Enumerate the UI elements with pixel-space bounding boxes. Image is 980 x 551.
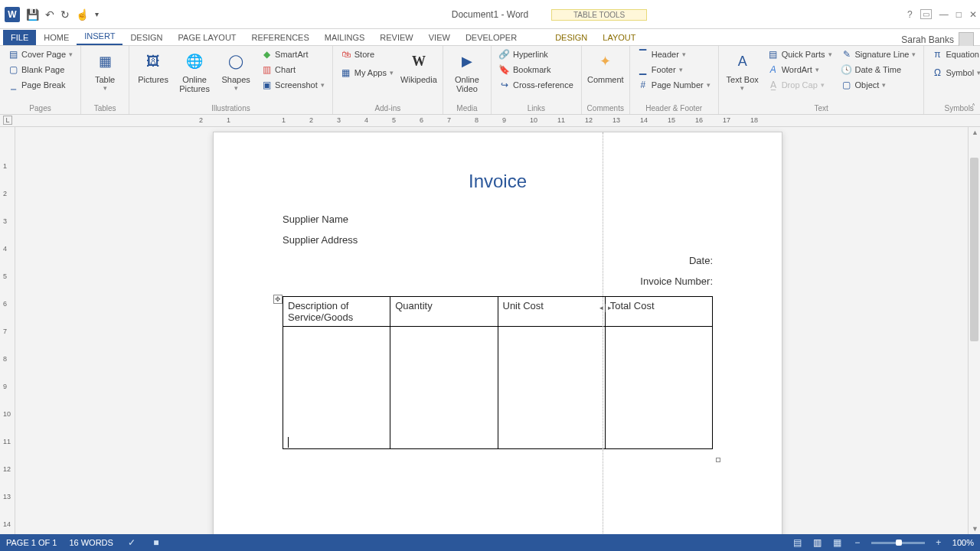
- zoom-slider[interactable]: [871, 542, 925, 544]
- scroll-up-icon[interactable]: ▲: [972, 129, 978, 136]
- smartart-button[interactable]: ◆SmartArt: [258, 47, 328, 61]
- th-unit-cost[interactable]: Unit Cost: [498, 297, 605, 327]
- column-resize-icon[interactable]: ◂│▸: [599, 304, 612, 311]
- tab-file[interactable]: FILE: [3, 30, 36, 45]
- supplier-name[interactable]: Supplier Name: [283, 214, 713, 225]
- blank-page-button[interactable]: ▢Blank Page: [5, 63, 76, 77]
- wikipedia-button[interactable]: WWikipedia: [400, 47, 438, 84]
- invoice-table[interactable]: Description of Service/Goods Quantity Un…: [283, 296, 713, 449]
- invoice-title[interactable]: Invoice: [283, 171, 713, 192]
- cell-total-cost[interactable]: [605, 327, 712, 449]
- page-break-button[interactable]: ⎯Page Break: [5, 78, 76, 92]
- ruler-tick: 11: [3, 438, 11, 445]
- page[interactable]: Invoice Supplier Name Supplier Address D…: [213, 132, 782, 534]
- ribbon-options-icon[interactable]: ▭: [920, 9, 932, 19]
- ruler-horizontal[interactable]: L 21123456789101112131415161718: [0, 115, 980, 127]
- macro-recording-icon[interactable]: ■: [150, 537, 162, 548]
- scrollbar-thumb[interactable]: [970, 158, 978, 341]
- cell-unit-cost[interactable]: [498, 327, 605, 449]
- tab-view[interactable]: VIEW: [421, 30, 458, 45]
- shapes-button[interactable]: ◯Shapes▾: [217, 47, 255, 92]
- wordart-button[interactable]: AWordArt▾: [765, 63, 835, 77]
- store-icon: 🛍: [341, 49, 351, 60]
- table-button[interactable]: ▦Table▾: [86, 47, 124, 92]
- tab-references[interactable]: REFERENCES: [244, 30, 317, 45]
- page-scroll[interactable]: Invoice Supplier Name Supplier Address D…: [15, 127, 980, 534]
- table-header-row[interactable]: Description of Service/Goods Quantity Un…: [283, 297, 713, 327]
- th-quantity[interactable]: Quantity: [390, 297, 498, 327]
- tab-design[interactable]: DESIGN: [122, 30, 170, 45]
- text-box-button[interactable]: AText Box▾: [724, 47, 762, 92]
- comment-button[interactable]: ✦Comment: [586, 47, 625, 84]
- cell-description[interactable]: [283, 327, 390, 449]
- my-apps-button[interactable]: ▦My Apps▾: [338, 66, 397, 80]
- table-resize-handle-icon[interactable]: [716, 458, 720, 462]
- cell-quantity[interactable]: [390, 327, 498, 449]
- cross-reference-button[interactable]: ↪Cross-reference: [496, 78, 577, 92]
- header-button[interactable]: ▔Header▾: [635, 47, 714, 61]
- tab-selector-icon[interactable]: L: [3, 116, 12, 125]
- bookmark-button[interactable]: 🔖Bookmark: [496, 63, 577, 77]
- table-body-row[interactable]: [283, 327, 713, 449]
- zoom-level[interactable]: 100%: [952, 538, 974, 547]
- close-icon[interactable]: ✕: [969, 9, 977, 20]
- page-indicator[interactable]: PAGE 1 OF 1: [6, 538, 57, 547]
- ruler-vertical[interactable]: 1234567891011121314: [0, 127, 15, 534]
- collapse-ribbon-icon[interactable]: ˄: [972, 103, 975, 111]
- th-description[interactable]: Description of Service/Goods: [283, 297, 390, 327]
- vertical-scrollbar[interactable]: ▲ ▼: [968, 127, 980, 534]
- hyperlink-button[interactable]: 🔗Hyperlink: [496, 47, 577, 61]
- supplier-address[interactable]: Supplier Address: [283, 234, 713, 246]
- ruler-tick: 16: [695, 116, 703, 124]
- print-layout-icon[interactable]: ▥: [812, 537, 824, 548]
- tab-review[interactable]: REVIEW: [372, 30, 420, 45]
- tab-page-layout[interactable]: PAGE LAYOUT: [171, 30, 244, 45]
- user-account[interactable]: Sarah Banks: [901, 32, 974, 47]
- spellcheck-icon[interactable]: ✓: [126, 537, 138, 548]
- online-video-button[interactable]: ▶Online Video: [448, 47, 486, 93]
- page-number-button[interactable]: #Page Number▾: [635, 78, 714, 92]
- pictures-button[interactable]: 🖼Pictures: [134, 47, 172, 84]
- save-icon[interactable]: 💾: [26, 8, 39, 21]
- cover-page-button[interactable]: ▤Cover Page▾: [5, 47, 76, 61]
- read-mode-icon[interactable]: ▤: [792, 537, 804, 548]
- zoom-in-icon[interactable]: +: [933, 537, 945, 548]
- quick-parts-button[interactable]: ▤Quick Parts▾: [765, 47, 835, 61]
- chart-button[interactable]: ▥Chart: [258, 63, 328, 77]
- signature-line-button[interactable]: ✎Signature Line▾: [838, 47, 920, 61]
- tab-insert[interactable]: INSERT: [77, 28, 122, 45]
- symbol-button[interactable]: ΩSymbol▾: [929, 66, 980, 80]
- qat-customize-icon[interactable]: ▾: [95, 10, 99, 18]
- tab-developer[interactable]: DEVELOPER: [458, 30, 524, 45]
- redo-icon[interactable]: ↻: [60, 8, 70, 21]
- tab-table-design[interactable]: DESIGN: [547, 30, 595, 45]
- zoom-out-icon[interactable]: −: [851, 537, 864, 548]
- touch-mode-icon[interactable]: ☝: [76, 8, 89, 21]
- screenshot-button[interactable]: ▣Screenshot▾: [258, 78, 328, 92]
- date-label[interactable]: Date:: [283, 255, 713, 266]
- word-count[interactable]: 16 WORDS: [69, 538, 113, 547]
- tab-table-layout[interactable]: LAYOUT: [595, 30, 643, 45]
- date-time-button[interactable]: 🕓Date & Time: [838, 63, 920, 77]
- web-layout-icon[interactable]: ▦: [831, 537, 844, 548]
- store-button[interactable]: 🛍Store: [338, 47, 397, 61]
- equation-button[interactable]: πEquation▾: [929, 47, 980, 61]
- ruler-tick: 1: [3, 162, 7, 170]
- zoom-thumb[interactable]: [896, 540, 902, 546]
- tab-home[interactable]: HOME: [36, 30, 77, 45]
- object-button[interactable]: ▢Object▾: [838, 78, 920, 92]
- table-move-handle-icon[interactable]: ✥: [273, 295, 283, 304]
- drop-cap-button[interactable]: A̲Drop Cap▾: [765, 78, 835, 92]
- online-pictures-button[interactable]: 🌐Online Pictures: [175, 47, 214, 93]
- minimize-icon[interactable]: —: [939, 9, 949, 20]
- th-total-cost[interactable]: Total Cost: [605, 297, 712, 327]
- footer-button[interactable]: ▁Footer▾: [635, 63, 714, 77]
- cover-page-icon: ▤: [8, 49, 18, 60]
- invoice-number-label[interactable]: Invoice Number:: [283, 276, 713, 287]
- status-bar: PAGE 1 OF 1 16 WORDS ✓ ■ ▤ ▥ ▦ − + 100%: [0, 534, 980, 551]
- maximize-icon[interactable]: □: [956, 9, 962, 20]
- tab-mailings[interactable]: MAILINGS: [317, 30, 373, 45]
- help-icon[interactable]: ?: [907, 9, 913, 20]
- undo-icon[interactable]: ↶: [45, 8, 54, 21]
- scroll-down-icon[interactable]: ▼: [972, 525, 978, 533]
